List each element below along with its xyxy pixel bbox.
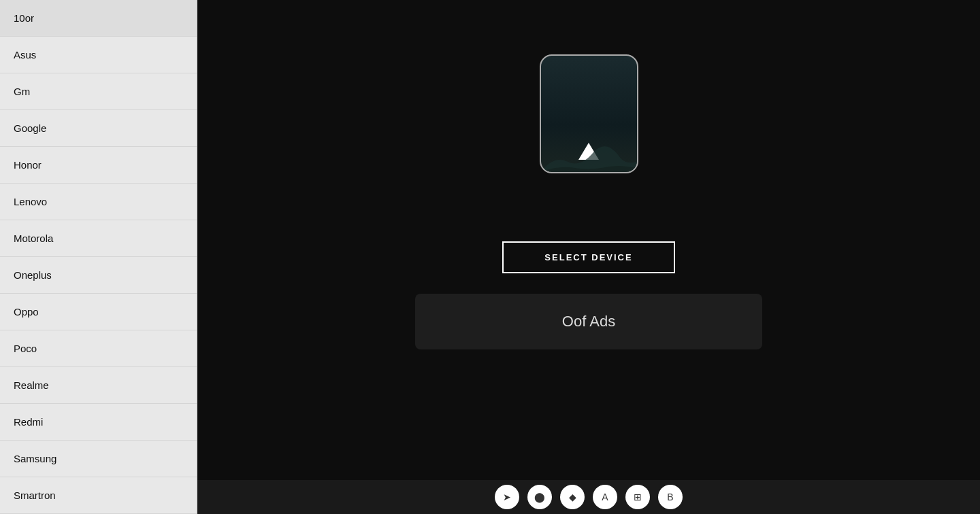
sidebar-item-oppo[interactable]: Oppo: [0, 294, 197, 330]
sidebar-item-samsung[interactable]: Samsung: [0, 441, 197, 477]
sidebar-item-lenovo[interactable]: Lenovo: [0, 184, 197, 220]
phone-illustration: [540, 54, 638, 173]
github-icon[interactable]: ⬤: [527, 485, 552, 509]
sidebar-item-redmi[interactable]: Redmi: [0, 404, 197, 441]
diamond-icon[interactable]: ◆: [560, 485, 585, 509]
send-icon[interactable]: ➤: [495, 485, 519, 509]
sidebar-item-motorola[interactable]: Motorola: [0, 220, 197, 257]
select-device-button[interactable]: SELECT DEVICE: [502, 241, 674, 273]
phone-landscape-svg: [541, 135, 637, 172]
sidebar-item-smartron[interactable]: Smartron: [0, 477, 197, 514]
phone-frame: [540, 54, 638, 173]
sidebar-item-10or[interactable]: 10or: [0, 0, 197, 37]
grid-icon[interactable]: ⊞: [625, 485, 650, 509]
sidebar-item-google[interactable]: Google: [0, 110, 197, 147]
sidebar-item-asus[interactable]: Asus: [0, 37, 197, 73]
sidebar-item-poco[interactable]: Poco: [0, 330, 197, 367]
footer-bar: ➤⬤◆A⊞B: [197, 480, 980, 514]
sidebar-item-realme[interactable]: Realme: [0, 367, 197, 404]
sidebar-item-oneplus[interactable]: Oneplus: [0, 257, 197, 294]
main-content: SELECT DEVICE Oof Ads ➤⬤◆A⊞B: [197, 0, 980, 514]
translate-icon[interactable]: A: [593, 485, 617, 509]
sidebar-item-honor[interactable]: Honor: [0, 147, 197, 184]
sidebar-item-gm[interactable]: Gm: [0, 73, 197, 110]
sidebar: 10orAsusGmGoogleHonorLenovoMotorolaOnepl…: [0, 0, 197, 514]
oof-ads-text: Oof Ads: [562, 313, 615, 330]
oof-ads-banner: Oof Ads: [415, 294, 762, 349]
book-icon[interactable]: B: [658, 485, 683, 509]
